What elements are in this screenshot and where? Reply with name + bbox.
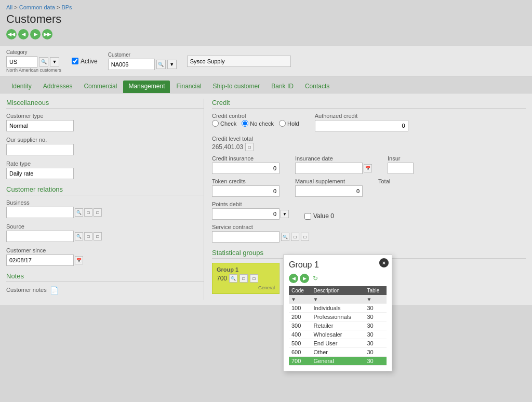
customer-type-label: Customer type	[6, 113, 204, 119]
points-debit-down-button[interactable]: ▼	[281, 210, 289, 218]
token-credits-field: Token credits	[212, 178, 280, 197]
category-search-button[interactable]: 🔍	[39, 57, 48, 66]
group1-del-button[interactable]: □	[250, 274, 258, 283]
customer-since-label: Customer since	[6, 247, 204, 253]
breadcrumb-all[interactable]: All	[6, 4, 12, 10]
popup-close-button[interactable]: ×	[379, 258, 389, 267]
insurance-date-input[interactable]	[295, 163, 363, 174]
category-down-button[interactable]: ▼	[50, 57, 59, 66]
tab-bank-id[interactable]: Bank ID	[266, 81, 299, 93]
tab-management[interactable]: Management	[123, 81, 170, 93]
tab-addresses[interactable]: Addresses	[38, 81, 78, 93]
customer-input[interactable]	[108, 59, 155, 70]
customer-down-button[interactable]: ▼	[167, 60, 177, 69]
notes-icon[interactable]: 📄	[50, 286, 59, 294]
popup-nav: ◀ ▶ ↻	[289, 274, 387, 283]
source-field: Source 🔍 □ □	[6, 223, 204, 242]
tab-contacts[interactable]: Contacts	[300, 81, 335, 93]
our-supplier-no-label: Our supplier no.	[6, 137, 204, 143]
insur-input[interactable]	[388, 163, 414, 174]
authorized-credit-input[interactable]	[315, 120, 408, 131]
radio-hold[interactable]: Hold	[279, 120, 299, 127]
popup-prev-button[interactable]: ◀	[289, 274, 298, 283]
business-del-button[interactable]: □	[94, 208, 102, 217]
value-0-checkbox[interactable]	[304, 213, 311, 220]
credit-insurance-label: Credit insurance	[212, 155, 280, 162]
category-input[interactable]	[6, 56, 37, 68]
credit-title: Credit	[212, 99, 526, 109]
filter-icon-description[interactable]: ▼	[313, 297, 318, 302]
manual-supplement-field: Manual supplement	[295, 178, 363, 197]
token-credits-label: Token credits	[212, 178, 280, 184]
breadcrumb-common-data[interactable]: Common data	[19, 4, 55, 10]
table-row[interactable]: 100 Individuals 30	[289, 304, 387, 305]
group1-add-button[interactable]: □	[240, 274, 248, 283]
radio-no-check[interactable]: No check	[242, 120, 274, 127]
insurance-date-label: Insurance date	[295, 155, 372, 162]
category-filter: Category 🔍 ▼ North American customers	[6, 49, 61, 73]
customer-notes-field: Customer notes 📄	[6, 286, 204, 294]
category-sub: North American customers	[6, 68, 61, 73]
service-contract-add-button[interactable]: □	[291, 233, 299, 241]
customer-type-select[interactable]: Normal	[6, 120, 74, 131]
tab-identity[interactable]: Identity	[6, 81, 37, 93]
service-contract-search-button[interactable]: 🔍	[281, 233, 289, 241]
credit-section: Credit Credit control Check No check Hol…	[212, 99, 526, 174]
nav-next-button[interactable]: ▶	[30, 29, 41, 39]
group1-box[interactable]: Group 1 700 🔍 □ □ General	[212, 263, 280, 294]
customer-search-button[interactable]: 🔍	[156, 60, 166, 69]
filter-icon-code[interactable]: ▼	[291, 297, 296, 302]
popup-col-description: Description	[311, 286, 365, 295]
manual-supplement-label: Manual supplement	[295, 178, 363, 184]
business-search-button[interactable]: 🔍	[75, 208, 83, 217]
manual-supplement-input[interactable]	[295, 185, 363, 197]
tabs: Identity Addresses Commercial Management…	[0, 76, 532, 93]
breadcrumb-bps[interactable]: BPs	[61, 4, 72, 10]
group1-search-button[interactable]: 🔍	[229, 274, 237, 283]
source-del-button[interactable]: □	[94, 232, 102, 240]
credit-level-expand-button[interactable]: □	[245, 143, 254, 151]
nav-prev-button[interactable]: ◀	[18, 29, 29, 39]
popup-filter-row: ▼ ▼ ▼	[289, 295, 387, 304]
business-add-button[interactable]: □	[84, 208, 92, 217]
miscellaneous-title: Miscellaneous	[6, 99, 204, 109]
customer-relations-title: Customer relations	[6, 185, 204, 195]
customer-name-input[interactable]	[187, 56, 291, 67]
customer-since-input[interactable]	[6, 254, 74, 266]
tab-financial[interactable]: Financial	[171, 81, 206, 93]
customer-filter: Customer 🔍 ▼	[108, 52, 177, 70]
points-debit-row: Points debit ▼ Value 0	[212, 201, 526, 220]
radio-check[interactable]: Check	[212, 120, 236, 127]
rate-type-select[interactable]: Daily rate	[6, 168, 74, 179]
tab-ship-to-customer[interactable]: Ship-to customer	[208, 81, 265, 93]
miscellaneous-section: Miscellaneous Customer type Normal Our s…	[6, 99, 204, 179]
token-credits-input[interactable]	[212, 185, 280, 197]
service-contract-input[interactable]	[212, 231, 280, 243]
nav-first-button[interactable]: ◀◀	[6, 29, 17, 39]
credit-control-label: Credit control	[212, 113, 299, 119]
customer-since-calendar-button[interactable]: 📅	[75, 256, 83, 264]
source-input[interactable]	[6, 231, 74, 242]
business-input[interactable]	[6, 207, 74, 218]
popup-next-button[interactable]: ▶	[300, 274, 309, 283]
active-label: Active	[81, 58, 98, 65]
category-label: Category	[6, 49, 61, 55]
nav-last-button[interactable]: ▶▶	[42, 29, 52, 39]
total-label: Total	[378, 178, 390, 184]
insurance-date-field: Insurance date 📅	[295, 155, 372, 174]
credit-level-total-value: 265,401.03	[212, 143, 243, 151]
active-checkbox[interactable]	[72, 58, 78, 64]
popup-refresh-button[interactable]: ↻	[311, 274, 320, 283]
credit-insurance-input[interactable]	[212, 163, 280, 174]
our-supplier-no-input[interactable]	[6, 144, 74, 155]
service-contract-label: Service contract	[212, 224, 526, 230]
insurance-date-calendar-button[interactable]: 📅	[364, 164, 372, 172]
rate-type-label: Rate type	[6, 160, 204, 167]
group1-popup: × Group 1 ◀ ▶ ↻ Code Description Table ▼…	[283, 254, 392, 305]
points-debit-input[interactable]	[212, 208, 280, 220]
tab-commercial[interactable]: Commercial	[78, 81, 122, 93]
source-search-button[interactable]: 🔍	[75, 232, 83, 240]
source-add-button[interactable]: □	[84, 232, 92, 240]
service-contract-del-button[interactable]: □	[301, 233, 309, 241]
filter-icon-table[interactable]: ▼	[366, 297, 371, 302]
